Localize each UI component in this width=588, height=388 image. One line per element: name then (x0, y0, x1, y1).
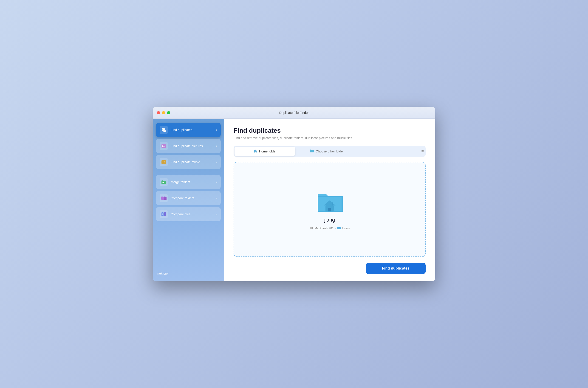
main-layout: Find duplicates › Find duplicate picture… (153, 119, 435, 281)
chevron-find-pictures: › (216, 145, 217, 148)
close-button[interactable] (157, 111, 160, 114)
merge-folders-icon (160, 178, 168, 186)
folder-tab-bar: Home folder Choose other folder ≡ (234, 146, 426, 157)
sidebar-separator (156, 172, 221, 172)
brand-logo: nektony (156, 270, 221, 277)
sidebar-label-find-music: Find duplicate music (171, 160, 216, 164)
folder-tab-icon (310, 149, 314, 154)
svg-rect-5 (161, 144, 166, 148)
folder-icon-container (316, 189, 343, 214)
sidebar-item-find-duplicates[interactable]: Find duplicates › (156, 123, 221, 137)
folder-path: Macintosh HD › Users (309, 226, 350, 231)
svg-rect-19 (328, 208, 331, 212)
svg-point-6 (162, 145, 163, 146)
page-title: Find duplicates (234, 127, 426, 134)
sidebar-label-compare-folders: Compare folders (171, 196, 216, 200)
sidebar-item-find-duplicate-music[interactable]: ♪ ♫ Find duplicate music › (156, 155, 221, 169)
minimize-button[interactable] (162, 111, 165, 114)
content-area: Find duplicates Find and remove duplicat… (224, 119, 435, 281)
svg-rect-20 (332, 202, 333, 205)
svg-rect-10 (161, 212, 164, 216)
sidebar-item-compare-files[interactable]: Compare files › (156, 207, 221, 221)
svg-text:♫: ♫ (164, 161, 166, 163)
path-users-label: Users (342, 227, 350, 230)
maximize-button[interactable] (167, 111, 170, 114)
find-pictures-icon (160, 142, 168, 150)
path-users-icon (337, 226, 341, 231)
title-bar: Duplicate File Finder (153, 107, 435, 119)
find-duplicates-button[interactable]: Find duplicates (366, 263, 426, 274)
sidebar-item-compare-folders[interactable]: Compare folders › (156, 191, 221, 205)
menu-icon[interactable]: ≡ (420, 148, 425, 155)
page-subtitle: Find and remove duplicate files, duplica… (234, 136, 426, 140)
tab-home-folder[interactable]: Home folder (234, 147, 295, 156)
sidebar-spacer (156, 223, 221, 268)
svg-text:♪: ♪ (162, 161, 164, 164)
chevron-compare-files: › (216, 213, 217, 216)
compare-files-icon (160, 210, 168, 218)
sidebar-label-find-duplicates: Find duplicates (171, 128, 216, 132)
svg-point-23 (312, 228, 312, 228)
sidebar-item-find-duplicate-pictures[interactable]: Find duplicate pictures › (156, 139, 221, 153)
svg-line-2 (165, 131, 166, 132)
sidebar: Find duplicates › Find duplicate picture… (153, 119, 224, 281)
choose-other-folder-tab-label: Choose other folder (316, 149, 344, 153)
tab-choose-other-folder[interactable]: Choose other folder (297, 147, 357, 156)
sidebar-label-merge-folders: Merge folders (171, 180, 216, 184)
drop-zone[interactable]: jiang Macintosh HD › (234, 162, 426, 257)
path-hd-icon (309, 226, 313, 231)
find-music-icon: ♪ ♫ (160, 158, 168, 166)
bottom-bar: Find duplicates (234, 263, 426, 274)
path-hd-label: Macintosh HD (314, 227, 333, 230)
path-separator: › (335, 227, 335, 230)
svg-rect-11 (164, 212, 166, 216)
chevron-find-duplicates: › (216, 128, 217, 132)
compare-folders-icon (160, 194, 168, 202)
sidebar-label-find-pictures: Find duplicate pictures (171, 144, 216, 148)
find-duplicates-icon (160, 126, 168, 134)
chevron-merge-folders: › (216, 180, 217, 184)
home-folder-tab-label: Home folder (259, 149, 277, 153)
traffic-lights (157, 111, 170, 114)
chevron-compare-folders: › (216, 196, 217, 200)
folder-name: jiang (324, 217, 335, 223)
window-title: Duplicate File Finder (279, 111, 309, 115)
sidebar-item-merge-folders[interactable]: Merge folders › (156, 175, 221, 189)
sidebar-label-compare-files: Compare files (171, 212, 216, 216)
chevron-find-music: › (216, 161, 217, 164)
home-tab-icon (253, 149, 257, 154)
app-window: Duplicate File Finder Find duplicates › (153, 107, 435, 281)
